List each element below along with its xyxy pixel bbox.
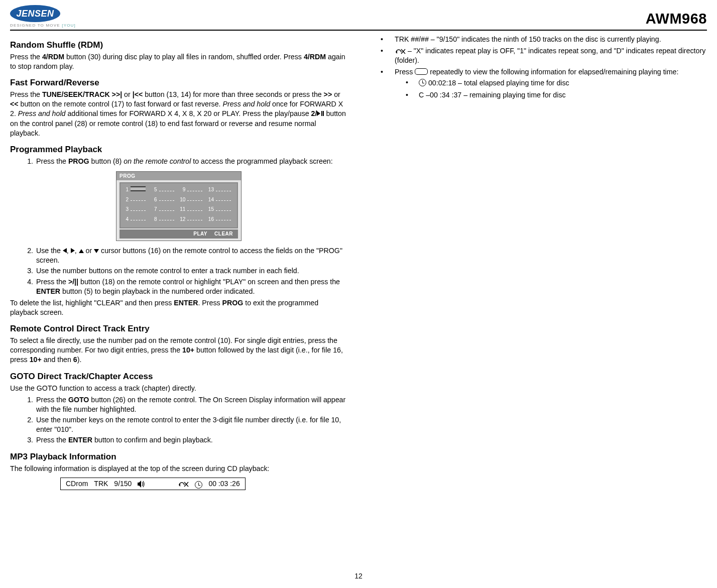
heading-mp3: MP3 Playback Information	[10, 451, 347, 463]
repeat-off-icon	[178, 479, 189, 489]
svg-marker-0	[138, 481, 141, 488]
prog-screen-play: PLAY	[193, 230, 207, 238]
mp3-info-bullets: TRK ##/## – "9/150" indicates the ninth …	[370, 35, 707, 100]
playback-info-bar: CDrom TRK 9/150 00 :03 :26	[60, 478, 246, 490]
prog-screen-clear: CLEAR	[214, 230, 233, 238]
prog-delete-text: To delete the list, highlight "CLEAR" an…	[10, 298, 347, 317]
prog-screen: PROG 1 5 9 13 2 6 10 14	[116, 171, 242, 241]
brand-name: JENSEN	[10, 5, 60, 22]
right-arrow-icon	[71, 248, 75, 253]
direct-text: To select a file directly, use the numbe…	[10, 336, 347, 365]
heading-prog: Programmed Playback	[10, 144, 347, 156]
goto-steps: Press the GOTO button (26) on the remote…	[10, 395, 347, 445]
infobar-trk-value: 9/150	[114, 479, 132, 489]
prog-step-1: Press the PROG button (8) on the remote …	[35, 157, 347, 166]
prog-slot	[131, 186, 146, 191]
heading-ff: Fast Forward/Reverse	[10, 77, 347, 89]
mp3-intro: The following information is displayed a…	[10, 464, 347, 474]
infobar-time: 00 :03 :26	[208, 479, 240, 489]
model-number: AWM968	[646, 9, 707, 29]
sub-bullet-elapsed: 00:02:18 – total elapsed playing time fo…	[395, 78, 707, 88]
sub-bullet-remaining: C –00 :34 :37 – remaining playing time f…	[395, 90, 707, 100]
prog-screen-title: PROG	[116, 172, 241, 181]
infobar-disc: CDrom	[66, 479, 88, 489]
left-arrow-icon	[63, 248, 67, 253]
play-pause-icon	[317, 111, 324, 116]
prog-steps-cont: Use the , , or cursor buttons (16) on th…	[10, 246, 347, 296]
prog-steps: Press the PROG button (8) on the remote …	[10, 157, 347, 166]
repeat-off-icon	[395, 47, 406, 55]
heading-rdm: Random Shuffle (RDM)	[10, 40, 347, 51]
button-outline-icon	[415, 68, 428, 75]
page-number: 12	[0, 571, 717, 581]
prog-screen-grid: 1 5 9 13 2 6 10 14 3 7	[120, 182, 238, 228]
goto-step-3: Press the ENTER button to confirm and be…	[35, 435, 347, 445]
clock-icon	[419, 79, 426, 86]
infobar-trk-label: TRK	[94, 479, 108, 489]
prog-step-2: Use the , , or cursor buttons (16) on th…	[35, 246, 347, 265]
page-header: JENSEN DESIGNED TO MOVE [YOU] AWM968	[10, 5, 707, 31]
right-column: TRK ##/## – "9/150" indicates the ninth …	[370, 34, 707, 490]
goto-intro: Use the GOTO function to access a track …	[10, 384, 347, 393]
prog-step-3: Use the number buttons on the remote con…	[35, 266, 347, 276]
down-arrow-icon	[94, 249, 99, 253]
speaker-icon	[138, 479, 146, 489]
rdm-text: Press the 4/RDM button (30) during disc …	[10, 52, 347, 71]
bullet-trk: TRK ##/## – "9/150" indicates the ninth …	[370, 35, 707, 44]
bullet-press: Press repeatedly to view the following i…	[370, 67, 707, 100]
heading-goto: GOTO Direct Track/Chapter Access	[10, 371, 347, 383]
ff-text: Press the TUNE/SEEK/TRACK >>| or |<< but…	[10, 90, 347, 138]
left-column: Random Shuffle (RDM) Press the 4/RDM but…	[10, 34, 347, 490]
bullet-repeat: – "X" indicates repeat play is OFF, "1" …	[370, 46, 707, 65]
up-arrow-icon	[79, 249, 84, 253]
clock-icon	[195, 481, 202, 489]
prog-step-4: Press the >/|| button (18) on the remote…	[35, 277, 347, 296]
goto-step-2: Use the number keys on the remote contro…	[35, 415, 347, 434]
brand-tagline: DESIGNED TO MOVE [YOU]	[10, 23, 76, 29]
brand-logo: JENSEN DESIGNED TO MOVE [YOU]	[10, 5, 76, 29]
heading-direct: Remote Control Direct Track Entry	[10, 323, 347, 335]
goto-step-1: Press the GOTO button (26) on the remote…	[35, 395, 347, 414]
